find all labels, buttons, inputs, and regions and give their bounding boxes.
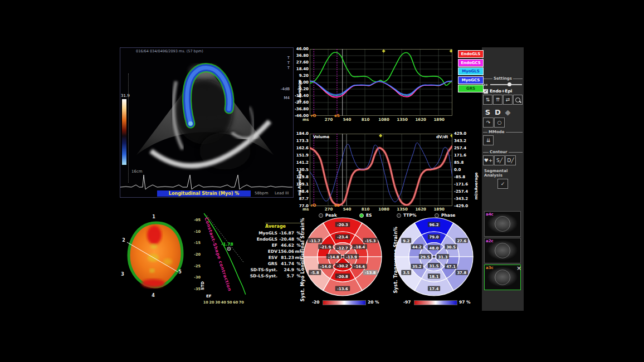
- contour-systole-icon[interactable]: S╱: [494, 155, 505, 165]
- tgc-marker: T: [287, 66, 290, 70]
- diastole-letter[interactable]: D: [493, 108, 502, 116]
- std-axis-label: STD: [201, 281, 205, 290]
- average-row: GRS41.74%: [250, 261, 303, 267]
- ellipse-tool-icon[interactable]: ○: [494, 118, 505, 128]
- rotate-contour-icon[interactable]: ↷: [483, 118, 494, 128]
- view-label: a3c: [486, 266, 494, 270]
- std-tick-label: -35: [194, 287, 201, 291]
- thumbnail-a4c[interactable]: a4c: [484, 211, 521, 237]
- x-tick-label: 1890: [433, 118, 445, 122]
- volume-y-axis: 184.0173.3162.6151.9141.2130.5119.8109.1…: [293, 134, 309, 206]
- avg-row-label: GRS: [250, 261, 277, 267]
- lv-outline: [495, 216, 510, 232]
- scale-min: -20: [312, 300, 320, 305]
- x-tick-label: 540: [341, 118, 353, 122]
- scale-up-icon[interactable]: ⇈: [493, 95, 502, 105]
- legend-grs[interactable]: GRS: [458, 85, 484, 92]
- y-tick-label: 343.2: [454, 139, 466, 143]
- contour-diastole-icon[interactable]: D╱: [505, 155, 516, 165]
- average-row: EF46.62%: [250, 242, 303, 248]
- bullseye-longitudinal[interactable]: -20.3-15.3-13.8-13.6-5.8-11.7-23.4-18.4-…: [301, 215, 384, 299]
- dvdt-y-axis-label: ml/sAverage: [474, 167, 479, 206]
- y-tick-label: -9.20: [297, 87, 309, 91]
- strain-x-axis: 2705408101080135016201890: [310, 118, 452, 123]
- dvdt-badge[interactable]: dV/dt: [434, 134, 450, 140]
- segmental-section-header: Segmental Analysis: [483, 169, 523, 178]
- endo-epi-checkbox[interactable]: ✓ Endo+Epi: [484, 89, 522, 94]
- legend-endogls[interactable]: EndoGLS: [458, 50, 484, 58]
- avg-row-value: 46.62: [277, 242, 294, 248]
- close-icon[interactable]: ×: [516, 265, 521, 272]
- segmental-check-icon[interactable]: ✓: [497, 179, 508, 189]
- ultrasound-panel[interactable]: 016/64 034/0496/2093 ms. (57 bpm): [120, 47, 294, 198]
- std-ef-plot[interactable]: -1.78 Constant-Shape contraction -05-10-…: [194, 209, 258, 320]
- ultrasound-image[interactable]: [120, 48, 293, 197]
- mmode-icon[interactable]: ⇊: [483, 135, 494, 145]
- y-tick-label: 257.4: [454, 146, 466, 150]
- contour-heart-icon[interactable]: ♥+: [483, 155, 494, 165]
- y-tick-label: 162.6: [296, 146, 309, 150]
- slider-thumb[interactable]: [508, 82, 511, 86]
- legend-myogls[interactable]: MyoGLS: [458, 67, 484, 75]
- segment-value-label: 79.0: [430, 235, 439, 239]
- y-tick-label: -171.6: [454, 182, 468, 187]
- ef-axis: 10203040506070: [194, 300, 258, 306]
- ef-tick-label: 20: [209, 300, 214, 305]
- segment-value-label: 96.2: [430, 223, 439, 227]
- segment-value-label: 48.0: [430, 246, 439, 251]
- scale-bars-icon[interactable]: ⇅: [483, 95, 492, 105]
- diamond-icon[interactable]: ◆: [503, 108, 513, 116]
- segment-value-label: 3.5: [403, 271, 409, 275]
- bullseye-transverse[interactable]: 96.227.637.817.43.59.279.030.547.118.135…: [392, 215, 476, 299]
- thumbnail-a2c[interactable]: a2c: [484, 238, 521, 263]
- opacity-slider[interactable]: ↔: [484, 82, 522, 87]
- scale-min: -97: [403, 300, 411, 305]
- view-title: Longitudinal Strain (Myo) %: [157, 190, 251, 197]
- thumbnail-a3c[interactable]: a3c: [484, 265, 521, 290]
- ef-tick-label: 70: [238, 300, 244, 305]
- y-tick-label: 429.0: [454, 131, 466, 136]
- legend-myogcs[interactable]: MyoGCS: [458, 76, 484, 84]
- ls-color-scale: [323, 300, 366, 305]
- segment-value-label: -14.8: [328, 255, 339, 260]
- y-tick-label: 130.5: [296, 168, 309, 172]
- std-tick-label: -30: [194, 275, 201, 280]
- checkbox-icon[interactable]: ✓: [484, 89, 488, 94]
- x-tick-label: 810: [360, 118, 371, 122]
- segment-value-label: -15.3: [365, 239, 376, 243]
- end-systole-marker-label: eS: [334, 114, 340, 118]
- slider-track[interactable]: [490, 84, 522, 85]
- acquisition-info: 016/64 034/0496/2093 ms. (57 bpm): [136, 49, 203, 53]
- zoom-icon[interactable]: [513, 95, 523, 105]
- volume-chart[interactable]: [310, 134, 452, 206]
- legend-endogcs[interactable]: EndoGCS: [458, 59, 484, 67]
- lv-outline: [495, 270, 510, 285]
- lv-shape-model[interactable]: 12345: [120, 211, 192, 302]
- strain-chart[interactable]: [310, 49, 452, 116]
- average-row: SD-LS-Syst.5.7%: [250, 273, 303, 279]
- avg-row-value: 81.23: [277, 255, 294, 261]
- settings-section-header: Settings: [483, 76, 523, 81]
- avg-row-label: MyoGLS: [250, 230, 277, 236]
- segment-number-label: 5: [178, 270, 182, 275]
- avg-row-label: EDV: [250, 248, 277, 255]
- y-tick-label: 119.8: [296, 175, 309, 179]
- x-tick-label: 270: [323, 118, 334, 122]
- y-tick-label: 184.0: [296, 131, 309, 136]
- x-tick-label: 1620: [415, 207, 426, 212]
- avg-row-label: SD-LS-Syst.: [250, 273, 277, 279]
- volume-badge[interactable]: Volume: [311, 134, 331, 140]
- x-unit-label: ms: [303, 207, 309, 212]
- depth-ruler: [128, 74, 129, 183]
- segment-value-label: 37.8: [457, 271, 466, 275]
- segment-value-label: 31.5: [430, 264, 439, 268]
- y-tick-label: -429.0: [454, 204, 468, 208]
- fit-range-icon[interactable]: ⇄: [503, 95, 513, 105]
- strain-y-axis: 46.0036.8027.6018.409.200.00-9.20-18.40-…: [293, 49, 309, 116]
- systole-letter[interactable]: S: [483, 108, 492, 116]
- y-tick-label: 173.3: [296, 139, 309, 143]
- segment-number-label: 2: [122, 238, 125, 243]
- y-tick-label: -343.2: [454, 197, 468, 201]
- y-tick-label: 9.20: [299, 74, 309, 78]
- average-row: EndoGLS-20.48%: [250, 236, 303, 242]
